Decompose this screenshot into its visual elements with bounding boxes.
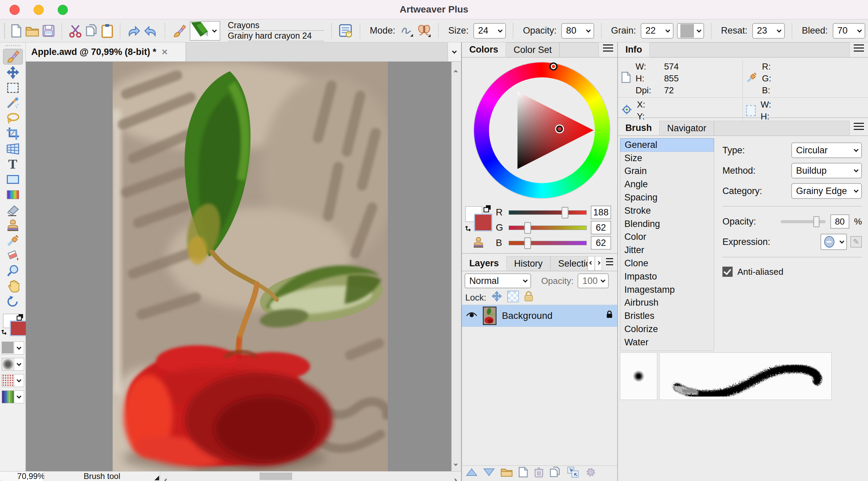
- cut-button[interactable]: [69, 23, 82, 39]
- undo-button[interactable]: [127, 23, 141, 39]
- hue-ring[interactable]: [474, 62, 610, 198]
- bleed-select[interactable]: 70: [833, 23, 865, 39]
- layer-row[interactable]: Background: [462, 305, 617, 327]
- new-layer-button[interactable]: [518, 467, 528, 480]
- horizontal-scroll-thumb[interactable]: [260, 473, 292, 480]
- tab-selections[interactable]: Selections: [550, 256, 588, 271]
- tabs-scroll-left-button[interactable]: [588, 256, 595, 271]
- blue-slider-thumb[interactable]: [524, 237, 531, 249]
- tool-hand[interactable]: [3, 279, 23, 293]
- brush-section-bristles[interactable]: Bristles: [620, 309, 714, 323]
- red-value[interactable]: 188: [591, 206, 611, 219]
- new-file-button[interactable]: [11, 23, 22, 39]
- tool-eraser[interactable]: [3, 203, 23, 217]
- swap-colors-icon[interactable]: [465, 224, 473, 235]
- resat-select[interactable]: 23: [752, 23, 785, 39]
- palette-gradient-select[interactable]: [2, 390, 24, 403]
- vertical-scrollbar[interactable]: [451, 62, 461, 471]
- brush-section-imagestamp[interactable]: Imagestamp: [620, 283, 714, 296]
- tab-info[interactable]: Info: [618, 42, 649, 57]
- scroll-down-icon[interactable]: [454, 457, 457, 468]
- tool-zoom[interactable]: [3, 264, 23, 278]
- default-colors-icon[interactable]: [484, 204, 492, 215]
- color-wheel[interactable]: [462, 58, 617, 203]
- opacity-select[interactable]: 80: [561, 23, 594, 39]
- save-file-button[interactable]: [42, 23, 55, 39]
- expression-select[interactable]: [820, 234, 847, 250]
- expression-edit-button[interactable]: ✎: [850, 236, 862, 248]
- foreground-color-swatch[interactable]: [474, 214, 492, 231]
- hue-selector[interactable]: [549, 62, 558, 71]
- brush-preset-name[interactable]: Crayons Grainy hard crayon 24: [228, 20, 324, 41]
- opacity-thumb[interactable]: [813, 216, 819, 227]
- tool-rotate-view[interactable]: [3, 294, 23, 309]
- lock-position-button[interactable]: [491, 291, 503, 305]
- brush-section-clone[interactable]: Clone: [620, 257, 714, 270]
- brush-panel-toggle-button[interactable]: [339, 23, 353, 39]
- size-select[interactable]: 24: [473, 23, 506, 39]
- grain-select[interactable]: 22: [641, 23, 673, 39]
- scroll-left-icon[interactable]: [165, 474, 168, 481]
- brush-section-water[interactable]: Water: [620, 336, 714, 349]
- lock-transparency-button[interactable]: [507, 291, 519, 305]
- brush-section-colorize[interactable]: Colorize: [620, 323, 714, 336]
- info-menu-icon[interactable]: [854, 42, 864, 57]
- move-layer-up-button[interactable]: [466, 468, 477, 479]
- brush-section-grain[interactable]: Grain: [620, 165, 714, 178]
- tool-perspective-grid[interactable]: [3, 142, 23, 156]
- merge-layers-button[interactable]: [567, 466, 579, 480]
- saturation-triangle[interactable]: [515, 90, 596, 171]
- opacity-track[interactable]: [781, 220, 826, 223]
- mirror-mode-button[interactable]: [417, 23, 431, 39]
- brush-section-spacing[interactable]: Spacing: [620, 191, 714, 204]
- tab-list-button[interactable]: [448, 42, 461, 61]
- tool-shape[interactable]: [3, 172, 23, 187]
- brush-section-blending[interactable]: Blending: [620, 217, 714, 231]
- lock-all-button[interactable]: [524, 291, 534, 305]
- tool-gradient[interactable]: [3, 188, 23, 202]
- swap-colors-icon[interactable]: [1, 328, 9, 339]
- zoom-level-box[interactable]: 70,99%: [18, 472, 44, 481]
- duplicate-layer-button[interactable]: [550, 466, 561, 480]
- tool-fill[interactable]: [3, 249, 23, 263]
- blue-value[interactable]: 62: [591, 236, 611, 250]
- painting-canvas[interactable]: [113, 62, 388, 471]
- tool-magic-wand[interactable]: [3, 96, 23, 110]
- blend-mode-select[interactable]: Normal: [465, 273, 531, 288]
- method-select[interactable]: Buildup: [791, 163, 862, 178]
- tool-lasso[interactable]: [3, 111, 23, 126]
- document-tab[interactable]: Apple.awd @ 70,99% (8-bit) * ×: [26, 42, 186, 61]
- tool-move[interactable]: [3, 65, 23, 80]
- horizontal-scrollbar[interactable]: [160, 472, 461, 481]
- copy-button[interactable]: [85, 23, 98, 39]
- palette-brushtip-select[interactable]: [2, 358, 24, 371]
- paper-texture-select[interactable]: [677, 23, 704, 39]
- freehand-mode-button[interactable]: [400, 23, 414, 39]
- brush-opacity-value[interactable]: 80: [830, 214, 849, 229]
- move-layer-down-button[interactable]: [483, 468, 495, 479]
- green-slider-thumb[interactable]: [524, 222, 531, 234]
- layer-settings-button[interactable]: [585, 466, 597, 480]
- palette-pattern-select[interactable]: [2, 374, 24, 387]
- palette-texture-select[interactable]: [2, 342, 24, 354]
- tabs-scroll-right-button[interactable]: [595, 256, 602, 271]
- close-window-button[interactable]: [10, 5, 20, 15]
- tool-stamp[interactable]: [3, 218, 23, 232]
- tab-colors[interactable]: Colors: [462, 42, 506, 57]
- zoom-window-button[interactable]: [58, 5, 68, 15]
- brush-section-impasto[interactable]: Impasto: [620, 270, 714, 283]
- delete-layer-button[interactable]: [534, 467, 544, 480]
- layers-menu-icon[interactable]: [606, 256, 613, 271]
- new-group-button[interactable]: [501, 467, 513, 480]
- tab-layers[interactable]: Layers: [462, 256, 506, 271]
- tool-text[interactable]: T: [3, 157, 23, 171]
- open-file-button[interactable]: [25, 23, 39, 39]
- scroll-up-icon[interactable]: [454, 65, 457, 76]
- scroll-right-icon[interactable]: [454, 474, 456, 481]
- tab-history[interactable]: History: [506, 256, 550, 271]
- tool-eyedropper[interactable]: [3, 233, 23, 248]
- brush-tool-button[interactable]: [172, 23, 186, 39]
- brush-section-general[interactable]: General: [620, 138, 714, 152]
- statusbar-resize-grip[interactable]: [154, 476, 159, 480]
- brush-section-stroke[interactable]: Stroke: [620, 204, 714, 217]
